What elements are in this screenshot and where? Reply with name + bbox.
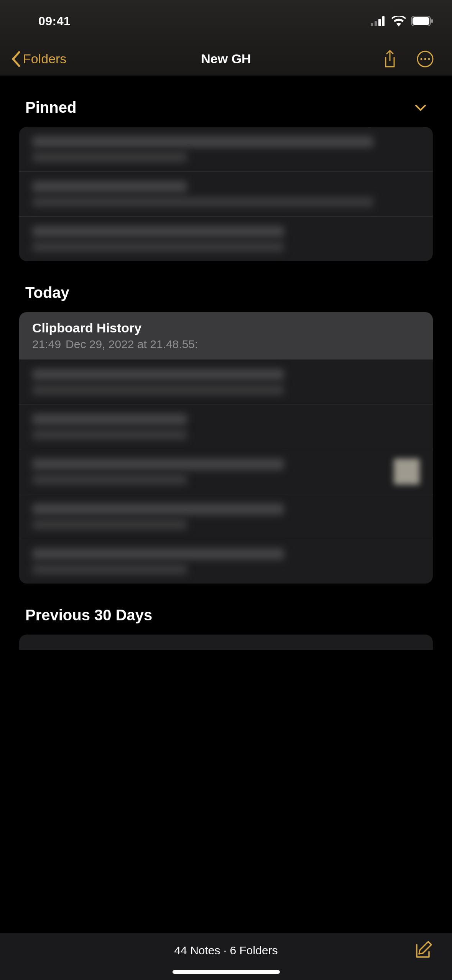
compose-icon (414, 940, 434, 960)
note-row[interactable] (19, 449, 433, 494)
compose-button[interactable] (414, 940, 434, 960)
page-title: New GH (201, 51, 251, 66)
previous30-section-header: Previous 30 Days (19, 584, 433, 635)
share-button[interactable] (381, 51, 398, 67)
wifi-icon (391, 16, 406, 26)
note-row[interactable] (19, 494, 433, 539)
svg-point-8 (421, 58, 422, 60)
bottom-toolbar: 44 Notes · 6 Folders (0, 933, 452, 980)
status-time: 09:41 (38, 14, 71, 28)
more-button[interactable] (417, 51, 434, 67)
previous30-title: Previous 30 Days (25, 607, 152, 624)
note-row[interactable] (19, 127, 433, 172)
note-row[interactable] (19, 404, 433, 449)
note-row[interactable] (19, 172, 433, 217)
cellular-signal-icon (371, 16, 386, 26)
svg-rect-1 (375, 21, 377, 26)
note-row[interactable] (19, 635, 433, 650)
today-section-header: Today (19, 261, 433, 312)
note-row[interactable] (19, 360, 433, 404)
today-notes-group: Clipboard History 21:49Dec 29, 2022 at 2… (19, 312, 433, 584)
today-title: Today (25, 284, 69, 301)
note-title: Clipboard History (32, 321, 420, 335)
svg-point-10 (428, 58, 430, 60)
svg-point-9 (424, 58, 426, 60)
svg-rect-6 (431, 19, 433, 23)
more-circle-icon (417, 51, 434, 67)
note-row[interactable] (19, 539, 433, 584)
pinned-title: Pinned (25, 99, 76, 116)
previous30-notes-group (19, 635, 433, 650)
svg-rect-5 (413, 17, 429, 25)
status-bar: 09:41 (0, 0, 452, 42)
back-button[interactable]: Folders (11, 51, 66, 67)
share-icon (383, 50, 397, 68)
nav-header: Folders New GH (0, 42, 452, 76)
chevron-left-icon (11, 51, 21, 67)
status-icons (371, 16, 433, 26)
svg-rect-0 (371, 23, 373, 26)
note-subtitle: 21:49Dec 29, 2022 at 21.48.55: (32, 338, 420, 351)
content-scroll[interactable]: Pinned Today Clipboard History 21:49Dec … (0, 76, 452, 933)
nav-actions (381, 51, 434, 67)
battery-icon (411, 16, 433, 26)
note-row-clipboard-history[interactable]: Clipboard History 21:49Dec 29, 2022 at 2… (19, 312, 433, 360)
pinned-section-header: Pinned (19, 76, 433, 127)
chevron-down-icon[interactable] (414, 104, 427, 112)
toolbar-summary: 44 Notes · 6 Folders (174, 944, 278, 957)
note-row[interactable] (19, 217, 433, 261)
pinned-notes-group (19, 127, 433, 261)
svg-rect-3 (382, 16, 385, 26)
svg-rect-2 (378, 19, 381, 26)
back-label: Folders (23, 51, 66, 66)
home-indicator[interactable] (173, 970, 280, 974)
